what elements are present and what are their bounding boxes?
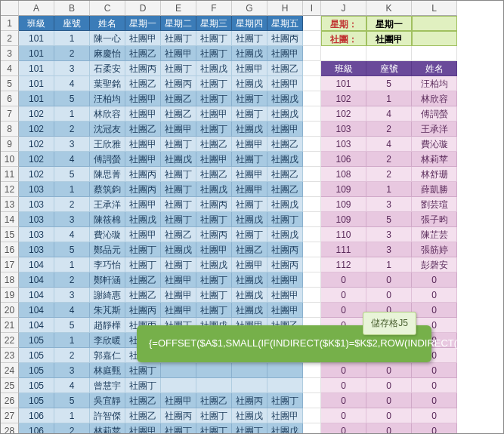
result-cell[interactable]: 2: [366, 152, 412, 167]
data-cell[interactable]: 社團丙: [267, 242, 303, 257]
data-cell[interactable]: 社團戊: [161, 242, 196, 257]
result-cell[interactable]: 0: [366, 288, 412, 303]
data-cell[interactable]: 王欣雅: [90, 137, 125, 152]
data-cell[interactable]: 1: [54, 182, 90, 197]
row-header[interactable]: 7: [1, 106, 19, 122]
data-cell[interactable]: 106: [19, 408, 54, 423]
data-cell[interactable]: 102: [19, 137, 54, 152]
row-header[interactable]: 23: [1, 348, 19, 363]
data-cell[interactable]: 社團丙: [267, 257, 303, 272]
data-cell[interactable]: 5: [54, 91, 90, 106]
data-cell[interactable]: 社團乙: [125, 46, 161, 61]
data-cell[interactable]: 106: [19, 423, 54, 434]
data-cell[interactable]: 社團甲: [267, 46, 303, 61]
data-cell[interactable]: 鄭品元: [90, 242, 125, 257]
data-cell[interactable]: 4: [54, 227, 90, 242]
data-cell[interactable]: 社團甲: [196, 106, 232, 122]
data-cell[interactable]: 社團戊: [267, 106, 303, 122]
data-cell[interactable]: 葉聖銘: [90, 76, 125, 91]
data-cell[interactable]: 104: [19, 257, 54, 272]
data-cell[interactable]: 社團丁: [232, 106, 267, 122]
data-cell[interactable]: 社團丙: [125, 61, 161, 76]
data-cell[interactable]: 4: [54, 76, 90, 91]
data-cell[interactable]: 王承洋: [90, 197, 125, 212]
data-cell[interactable]: 社團甲: [232, 137, 267, 152]
data-cell[interactable]: [196, 363, 232, 378]
data-cell[interactable]: 社團丁: [196, 31, 232, 46]
data-cell[interactable]: 社團丁: [161, 61, 196, 76]
data-cell[interactable]: 105: [19, 378, 54, 393]
result-cell[interactable]: 0: [412, 378, 457, 393]
result-cell[interactable]: 0: [321, 303, 366, 318]
result-cell[interactable]: 109: [321, 182, 366, 197]
data-cell[interactable]: 社團乙: [125, 76, 161, 91]
result-cell[interactable]: 5: [366, 212, 412, 227]
col-header[interactable]: [1, 1, 19, 16]
col-header[interactable]: D: [125, 1, 161, 16]
data-cell[interactable]: 陳筱棉: [90, 212, 125, 227]
data-cell[interactable]: 104: [19, 272, 54, 288]
col-header[interactable]: J: [321, 1, 366, 16]
result-cell[interactable]: 0: [412, 363, 457, 378]
data-cell[interactable]: [267, 363, 303, 378]
data-cell[interactable]: 社團戊: [232, 408, 267, 423]
data-cell[interactable]: 社團丁: [196, 212, 232, 227]
row-header[interactable]: 19: [1, 288, 19, 303]
row-header[interactable]: 16: [1, 242, 19, 257]
data-cell[interactable]: 林莉苹: [90, 423, 125, 434]
data-cell[interactable]: 社團乙: [125, 393, 161, 408]
data-cell[interactable]: 104: [19, 318, 54, 333]
row-header[interactable]: 22: [1, 333, 19, 348]
row-header[interactable]: 9: [1, 137, 19, 152]
data-cell[interactable]: 社團丁: [161, 182, 196, 197]
data-cell[interactable]: 李巧怡: [90, 257, 125, 272]
data-cell[interactable]: 社團丁: [196, 91, 232, 106]
data-cell[interactable]: 蔡筑鈞: [90, 182, 125, 197]
result-cell[interactable]: 1: [366, 182, 412, 197]
data-cell[interactable]: 102: [19, 152, 54, 167]
row-header[interactable]: 12: [1, 182, 19, 197]
data-cell[interactable]: 1: [54, 106, 90, 122]
data-cell[interactable]: 社團戊: [232, 212, 267, 227]
data-cell[interactable]: 社團乙: [267, 61, 303, 76]
result-cell[interactable]: 0: [321, 408, 366, 423]
data-cell[interactable]: 103: [19, 212, 54, 227]
result-cell[interactable]: 101: [321, 76, 366, 91]
data-cell[interactable]: [232, 378, 267, 393]
data-cell[interactable]: 麻慶怡: [90, 46, 125, 61]
result-cell[interactable]: 4: [366, 137, 412, 152]
data-cell[interactable]: 社團戊: [232, 272, 267, 288]
data-cell[interactable]: 社團丁: [161, 167, 196, 182]
result-cell[interactable]: 102: [321, 106, 366, 122]
data-cell[interactable]: 社團丙: [232, 393, 267, 408]
col-header[interactable]: I: [303, 1, 321, 16]
data-cell[interactable]: 社團丁: [161, 31, 196, 46]
data-cell[interactable]: 陳一心: [90, 31, 125, 46]
data-cell[interactable]: [196, 378, 232, 393]
club-value[interactable]: 社團甲: [366, 31, 412, 46]
data-cell[interactable]: 社團丁: [196, 288, 232, 303]
result-cell[interactable]: 林莉苹: [412, 152, 457, 167]
col-header[interactable]: A: [19, 1, 54, 16]
col-header[interactable]: L: [412, 1, 457, 16]
data-cell[interactable]: 社團丁: [232, 91, 267, 106]
data-cell[interactable]: 社團戊: [196, 182, 232, 197]
result-cell[interactable]: 2: [366, 122, 412, 137]
data-cell[interactable]: 社團甲: [232, 167, 267, 182]
data-cell[interactable]: 5: [54, 167, 90, 182]
col-header[interactable]: B: [54, 1, 90, 16]
data-cell[interactable]: 3: [54, 61, 90, 76]
data-cell[interactable]: 社團丙: [125, 182, 161, 197]
data-cell[interactable]: 社團乙: [196, 137, 232, 152]
result-cell[interactable]: 109: [321, 197, 366, 212]
data-cell[interactable]: 謝綺惠: [90, 288, 125, 303]
row-header[interactable]: 13: [1, 197, 19, 212]
row-header[interactable]: 11: [1, 167, 19, 182]
data-cell[interactable]: 社團甲: [125, 197, 161, 212]
data-cell[interactable]: 社團乙: [125, 408, 161, 423]
result-cell[interactable]: 費沁璇: [412, 137, 457, 152]
col-header[interactable]: K: [366, 1, 412, 16]
data-cell[interactable]: 傅詞螢: [90, 152, 125, 167]
data-cell[interactable]: 社團丙: [196, 197, 232, 212]
data-cell[interactable]: 社團乙: [196, 393, 232, 408]
